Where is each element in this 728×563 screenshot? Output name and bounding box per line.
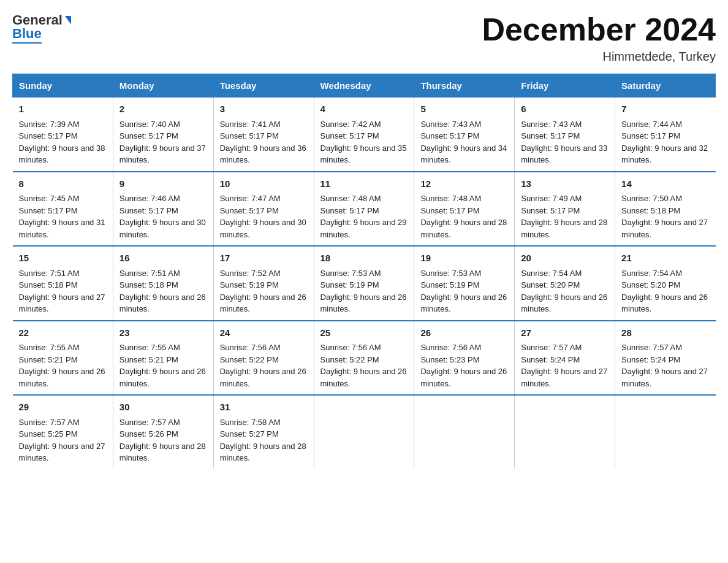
calendar-week-2: 8Sunrise: 7:45 AMSunset: 5:17 PMDaylight… (13, 172, 716, 247)
calendar-cell: 12Sunrise: 7:48 AMSunset: 5:17 PMDayligh… (414, 172, 515, 247)
day-number: 28 (621, 326, 709, 340)
cell-content: Sunrise: 7:41 AMSunset: 5:17 PMDaylight:… (220, 120, 306, 165)
calendar-cell: 20Sunrise: 7:54 AMSunset: 5:20 PMDayligh… (515, 246, 615, 321)
calendar-cell: 9Sunrise: 7:46 AMSunset: 5:17 PMDaylight… (113, 172, 213, 247)
day-header-monday: Monday (113, 74, 213, 98)
calendar-cell: 3Sunrise: 7:41 AMSunset: 5:17 PMDaylight… (213, 98, 314, 172)
calendar-week-5: 29Sunrise: 7:57 AMSunset: 5:25 PMDayligh… (13, 395, 716, 469)
cell-content: Sunrise: 7:47 AMSunset: 5:17 PMDaylight:… (220, 194, 306, 239)
day-header-friday: Friday (515, 74, 615, 98)
cell-content: Sunrise: 7:44 AMSunset: 5:17 PMDaylight:… (621, 120, 708, 165)
calendar-cell: 29Sunrise: 7:57 AMSunset: 5:25 PMDayligh… (13, 395, 113, 469)
day-number: 21 (621, 251, 709, 266)
cell-content: Sunrise: 7:53 AMSunset: 5:19 PMDaylight:… (320, 269, 407, 314)
day-number: 16 (119, 251, 207, 266)
calendar-cell (414, 395, 515, 469)
title-area: December 2024 Himmetdede, Turkey (482, 12, 716, 64)
calendar-cell: 1Sunrise: 7:39 AMSunset: 5:17 PMDaylight… (13, 98, 113, 172)
day-header-thursday: Thursday (414, 74, 515, 98)
cell-content: Sunrise: 7:46 AMSunset: 5:17 PMDaylight:… (119, 194, 206, 239)
calendar-cell: 17Sunrise: 7:52 AMSunset: 5:19 PMDayligh… (213, 246, 314, 321)
cell-content: Sunrise: 7:48 AMSunset: 5:17 PMDaylight:… (420, 194, 507, 239)
calendar-cell: 24Sunrise: 7:56 AMSunset: 5:22 PMDayligh… (213, 321, 314, 396)
calendar-week-3: 15Sunrise: 7:51 AMSunset: 5:18 PMDayligh… (13, 246, 716, 321)
cell-content: Sunrise: 7:56 AMSunset: 5:22 PMDaylight:… (320, 343, 407, 388)
calendar-cell: 25Sunrise: 7:56 AMSunset: 5:22 PMDayligh… (314, 321, 414, 396)
calendar-table: SundayMondayTuesdayWednesdayThursdayFrid… (12, 74, 716, 469)
calendar-cell: 4Sunrise: 7:42 AMSunset: 5:17 PMDaylight… (314, 98, 414, 172)
day-number: 3 (220, 102, 308, 117)
day-number: 17 (220, 251, 308, 266)
cell-content: Sunrise: 7:57 AMSunset: 5:24 PMDaylight:… (521, 343, 607, 388)
day-number: 5 (420, 102, 508, 117)
cell-content: Sunrise: 7:54 AMSunset: 5:20 PMDaylight:… (621, 269, 708, 314)
day-header-sunday: Sunday (13, 74, 113, 98)
day-number: 13 (521, 177, 609, 191)
cell-content: Sunrise: 7:55 AMSunset: 5:21 PMDaylight:… (119, 343, 206, 388)
calendar-cell: 28Sunrise: 7:57 AMSunset: 5:24 PMDayligh… (615, 321, 716, 396)
logo: General Blue (12, 12, 71, 44)
day-number: 23 (119, 326, 207, 340)
cell-content: Sunrise: 7:43 AMSunset: 5:17 PMDaylight:… (521, 120, 607, 165)
page-header: General Blue December 2024 Himmetdede, T… (12, 12, 716, 64)
day-number: 8 (19, 177, 107, 191)
calendar-cell: 31Sunrise: 7:58 AMSunset: 5:27 PMDayligh… (213, 395, 314, 469)
cell-content: Sunrise: 7:49 AMSunset: 5:17 PMDaylight:… (521, 194, 607, 239)
month-title: December 2024 (482, 12, 716, 47)
calendar-cell (515, 395, 615, 469)
day-number: 14 (621, 177, 709, 191)
day-number: 9 (119, 177, 207, 191)
day-number: 6 (521, 102, 609, 117)
calendar-cell: 5Sunrise: 7:43 AMSunset: 5:17 PMDaylight… (414, 98, 515, 172)
day-header-tuesday: Tuesday (213, 74, 314, 98)
day-number: 10 (220, 177, 308, 191)
cell-content: Sunrise: 7:51 AMSunset: 5:18 PMDaylight:… (119, 269, 206, 314)
calendar-cell: 27Sunrise: 7:57 AMSunset: 5:24 PMDayligh… (515, 321, 615, 396)
cell-content: Sunrise: 7:57 AMSunset: 5:25 PMDaylight:… (19, 418, 105, 463)
cell-content: Sunrise: 7:56 AMSunset: 5:22 PMDaylight:… (220, 343, 306, 388)
cell-content: Sunrise: 7:51 AMSunset: 5:18 PMDaylight:… (19, 269, 105, 314)
calendar-cell: 22Sunrise: 7:55 AMSunset: 5:21 PMDayligh… (13, 321, 113, 396)
day-number: 24 (220, 326, 308, 340)
calendar-cell: 7Sunrise: 7:44 AMSunset: 5:17 PMDaylight… (615, 98, 716, 172)
day-number: 7 (621, 102, 709, 117)
day-number: 4 (320, 102, 408, 117)
cell-content: Sunrise: 7:42 AMSunset: 5:17 PMDaylight:… (320, 120, 407, 165)
day-number: 22 (19, 326, 107, 340)
day-number: 11 (320, 177, 408, 191)
day-number: 15 (19, 251, 107, 266)
calendar-cell: 26Sunrise: 7:56 AMSunset: 5:23 PMDayligh… (414, 321, 515, 396)
day-number: 27 (521, 326, 609, 340)
day-number: 25 (320, 326, 408, 340)
day-number: 2 (119, 102, 207, 117)
cell-content: Sunrise: 7:57 AMSunset: 5:26 PMDaylight:… (119, 418, 206, 463)
calendar-cell: 30Sunrise: 7:57 AMSunset: 5:26 PMDayligh… (113, 395, 213, 469)
cell-content: Sunrise: 7:52 AMSunset: 5:19 PMDaylight:… (220, 269, 306, 314)
cell-content: Sunrise: 7:58 AMSunset: 5:27 PMDaylight:… (220, 418, 306, 463)
cell-content: Sunrise: 7:57 AMSunset: 5:24 PMDaylight:… (621, 343, 708, 388)
day-header-wednesday: Wednesday (314, 74, 414, 98)
cell-content: Sunrise: 7:39 AMSunset: 5:17 PMDaylight:… (19, 120, 105, 165)
day-number: 26 (420, 326, 508, 340)
day-number: 1 (19, 102, 107, 117)
cell-content: Sunrise: 7:53 AMSunset: 5:19 PMDaylight:… (420, 269, 507, 314)
calendar-cell: 8Sunrise: 7:45 AMSunset: 5:17 PMDaylight… (13, 172, 113, 247)
calendar-cell: 2Sunrise: 7:40 AMSunset: 5:17 PMDaylight… (113, 98, 213, 172)
day-header-saturday: Saturday (615, 74, 716, 98)
location: Himmetdede, Turkey (482, 50, 716, 64)
calendar-cell: 18Sunrise: 7:53 AMSunset: 5:19 PMDayligh… (314, 246, 414, 321)
calendar-cell (615, 395, 716, 469)
calendar-cell: 21Sunrise: 7:54 AMSunset: 5:20 PMDayligh… (615, 246, 716, 321)
cell-content: Sunrise: 7:45 AMSunset: 5:17 PMDaylight:… (19, 194, 105, 239)
calendar-cell: 13Sunrise: 7:49 AMSunset: 5:17 PMDayligh… (515, 172, 615, 247)
calendar-week-4: 22Sunrise: 7:55 AMSunset: 5:21 PMDayligh… (13, 321, 716, 396)
cell-content: Sunrise: 7:48 AMSunset: 5:17 PMDaylight:… (320, 194, 407, 239)
cell-content: Sunrise: 7:40 AMSunset: 5:17 PMDaylight:… (119, 120, 206, 165)
day-number: 19 (420, 251, 508, 266)
calendar-week-1: 1Sunrise: 7:39 AMSunset: 5:17 PMDaylight… (13, 98, 716, 172)
day-number: 20 (521, 251, 609, 266)
calendar-cell: 23Sunrise: 7:55 AMSunset: 5:21 PMDayligh… (113, 321, 213, 396)
logo-arrow-icon (65, 16, 71, 25)
cell-content: Sunrise: 7:56 AMSunset: 5:23 PMDaylight:… (420, 343, 507, 388)
calendar-cell (314, 395, 414, 469)
